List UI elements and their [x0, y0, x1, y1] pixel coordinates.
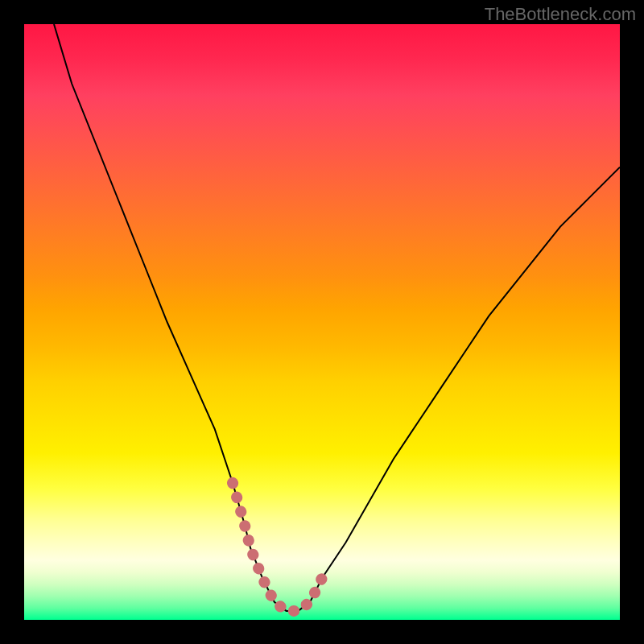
- chart-plot-area: [24, 24, 620, 620]
- watermark-text: TheBottleneck.com: [485, 4, 636, 25]
- highlight-curve: [233, 483, 322, 611]
- main-curve: [54, 24, 620, 611]
- chart-svg: [24, 24, 620, 620]
